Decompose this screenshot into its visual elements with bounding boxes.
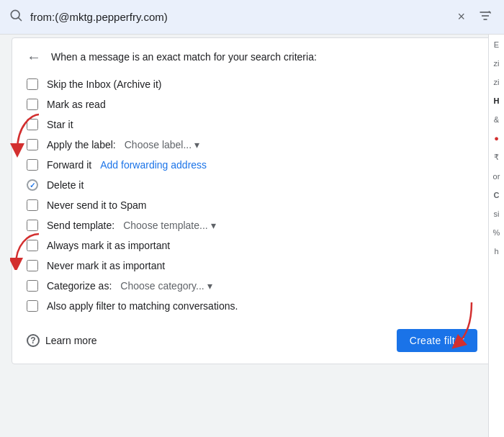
chevron-down-icon-template: ▾ [211,220,216,231]
checkbox-categorize-as[interactable] [27,280,38,292]
add-forwarding-link[interactable]: Add forwarding address [100,159,207,171]
checkbox-never-important[interactable] [27,260,38,271]
checkbox-skip-inbox[interactable] [27,78,38,90]
option-also-apply: Also apply filter to matching conversati… [27,296,477,316]
checkbox-never-spam[interactable] [27,199,38,211]
label-never-spam[interactable]: Never send it to Spam [47,199,147,211]
label-apply-label[interactable]: Apply the label: [47,139,116,150]
option-always-important: Always mark it as important [27,235,477,256]
criteria-text: When a message is an exact match for you… [51,51,317,63]
search-filter-button[interactable] [475,6,495,29]
choose-template-dropdown[interactable]: Choose template... ▾ [123,220,216,231]
choose-category-text: Choose category... [120,280,204,292]
chevron-down-icon-category: ▾ [207,280,212,292]
option-skip-inbox: Skip the Inbox (Archive it) [27,74,477,94]
checkbox-mark-as-read[interactable] [27,99,38,110]
chevron-down-icon: ▾ [194,139,199,150]
bold-sidebar-char: H [490,96,503,105]
help-icon: ? [27,334,40,347]
choose-label-text: Choose label... [125,139,192,150]
checkbox-also-apply[interactable] [27,300,38,312]
search-icon [9,8,23,26]
choose-label-dropdown[interactable]: Choose label... ▾ [125,139,199,150]
label-forward-it[interactable]: Forward it [47,159,91,171]
label-delete-it: Delete it [47,179,84,191]
checkbox-apply-label[interactable] [27,139,38,150]
label-skip-inbox[interactable]: Skip the Inbox (Archive it) [47,78,162,90]
checkbox-star-it[interactable] [27,119,38,130]
choose-category-dropdown[interactable]: Choose category... ▾ [120,280,212,292]
search-input[interactable] [30,11,447,23]
label-mark-as-read[interactable]: Mark as read [47,99,106,110]
option-mark-as-read: Mark as read [27,94,477,114]
right-sidebar: E zi zi H & ● ₹ or C si % h [488,35,504,437]
label-star-it[interactable]: Star it [47,119,73,130]
svg-line-1 [19,18,22,21]
checkbox-forward-it[interactable] [27,159,38,171]
learn-more-row[interactable]: ? Learn more [27,334,97,347]
label-also-apply[interactable]: Also apply filter to matching conversati… [47,300,238,312]
option-apply-label: Apply the label: Choose label... ▾ [27,135,477,155]
checkbox-always-important[interactable] [27,240,38,251]
footer-row: ? Learn more Create filter [27,323,477,352]
search-close-button[interactable]: × [454,6,468,27]
back-button[interactable]: ← [27,50,41,64]
label-send-template[interactable]: Send template: [47,220,114,231]
back-row: ← When a message is an exact match for y… [27,50,477,64]
label-categorize-as[interactable]: Categorize as: [47,280,112,292]
option-forward-it: Forward it Add forwarding address [27,155,477,175]
option-never-spam: Never send it to Spam [27,195,477,215]
create-filter-button[interactable]: Create filter [397,329,477,352]
checkbox-send-template[interactable] [27,220,38,231]
option-star-it: Star it [27,114,477,135]
option-categorize-as: Categorize as: Choose category... ▾ [27,276,477,296]
option-send-template: Send template: Choose template... ▾ [27,215,477,235]
option-never-important: Never mark it as important [27,256,477,276]
label-always-important[interactable]: Always mark it as important [47,240,170,251]
label-never-important[interactable]: Never mark it as important [47,260,165,271]
filter-panel: ← When a message is an exact match for y… [12,37,492,364]
checkbox-delete-it-checked[interactable] [27,179,38,191]
search-bar: × [0,0,504,35]
option-delete-it: Delete it [27,175,477,195]
choose-template-text: Choose template... [123,220,208,231]
learn-more-text: Learn more [45,335,97,346]
